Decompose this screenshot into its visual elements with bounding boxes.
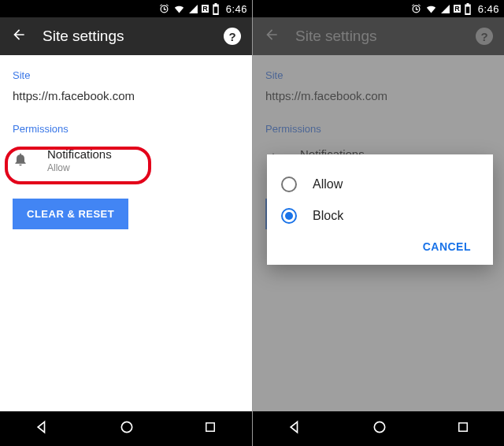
dialog-cancel-button[interactable]: CANCEL xyxy=(418,240,476,254)
help-icon[interactable]: ? xyxy=(224,28,241,45)
signal-r-icon: R xyxy=(202,5,209,13)
radio-icon xyxy=(281,208,297,224)
clear-reset-button[interactable]: CLEAR & RESET xyxy=(13,199,128,229)
svg-rect-5 xyxy=(458,423,467,432)
radio-option-block[interactable]: Block xyxy=(276,200,484,232)
phone-right: R 6:46 Site settings ? Site https://m.fa… xyxy=(252,0,504,446)
svg-rect-2 xyxy=(206,423,215,432)
status-clock: 6:46 xyxy=(226,3,247,15)
signal-icon xyxy=(440,4,450,14)
alarm-icon xyxy=(158,3,170,15)
nav-bar xyxy=(253,411,504,446)
nav-home-icon[interactable] xyxy=(372,419,387,438)
permission-notifications-row[interactable]: Notifications Allow xyxy=(13,143,239,181)
app-bar: Site settings ? xyxy=(0,17,252,55)
bell-icon xyxy=(13,151,28,170)
nav-home-icon[interactable] xyxy=(119,419,135,438)
wifi-icon xyxy=(425,3,437,15)
status-bar: R 6:46 xyxy=(0,0,252,17)
site-section-label: Site xyxy=(13,69,239,81)
dialog-actions: CANCEL xyxy=(276,232,484,258)
nav-recent-icon[interactable] xyxy=(456,420,470,437)
nav-bar xyxy=(0,411,252,446)
site-url: https://m.facebook.com xyxy=(13,89,239,102)
nav-recent-icon[interactable] xyxy=(203,420,217,437)
alarm-icon xyxy=(410,3,422,15)
battery-icon xyxy=(212,3,220,15)
svg-point-1 xyxy=(121,422,132,432)
wifi-icon xyxy=(173,3,185,15)
svg-rect-3 xyxy=(465,6,469,13)
permission-dialog: Allow Block CANCEL xyxy=(267,154,493,265)
permissions-section-label: Permissions xyxy=(13,123,239,135)
svg-point-4 xyxy=(374,422,384,432)
content-area: Site https://m.facebook.com Permissions … xyxy=(0,55,252,243)
radio-option-allow[interactable]: Allow xyxy=(276,169,484,200)
status-bar: R 6:46 xyxy=(253,0,504,17)
svg-rect-0 xyxy=(213,6,217,13)
battery-icon xyxy=(464,3,472,15)
permission-title: Notifications xyxy=(47,147,112,161)
radio-label-allow: Allow xyxy=(313,177,343,191)
radio-label-block: Block xyxy=(313,209,343,223)
nav-back-icon[interactable] xyxy=(287,419,303,438)
signal-r-icon: R xyxy=(454,5,461,13)
permission-value: Allow xyxy=(47,162,112,173)
radio-icon xyxy=(281,177,297,192)
signal-icon xyxy=(188,4,198,14)
phone-left: R 6:46 Site settings ? Site https://m.fa… xyxy=(0,0,252,446)
status-clock: 6:46 xyxy=(478,3,499,15)
permission-text: Notifications Allow xyxy=(47,147,112,173)
page-title: Site settings xyxy=(43,28,208,45)
back-icon[interactable] xyxy=(11,27,27,46)
nav-back-icon[interactable] xyxy=(35,419,50,438)
